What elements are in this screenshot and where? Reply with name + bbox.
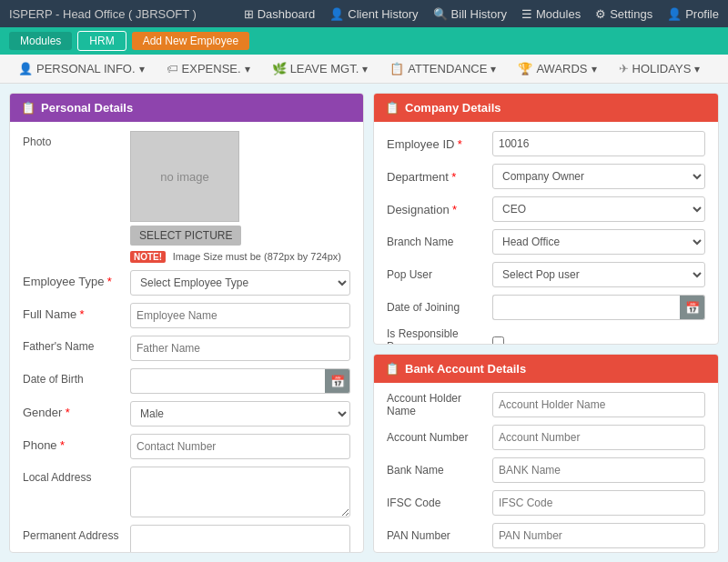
designation-label: Designation * bbox=[387, 203, 487, 216]
dob-input[interactable] bbox=[130, 368, 325, 394]
menubar: Modules HRM Add New Employee bbox=[0, 27, 728, 55]
photo-section: no image SELECT PICTURE NOTE! Image Size… bbox=[130, 131, 341, 263]
gender-select[interactable]: Male Female Other bbox=[130, 401, 350, 427]
local-address-row: Local Address bbox=[23, 467, 350, 517]
personal-details-body: Photo no image SELECT PICTURE NOTE! Imag… bbox=[10, 122, 363, 553]
personal-details-panel: 📋 Personal Details Photo no image SELECT… bbox=[9, 93, 364, 553]
responsible-row: Is Responsible Person bbox=[387, 327, 705, 345]
bank-name-label: Bank Name bbox=[387, 464, 487, 477]
pan-input[interactable] bbox=[492, 523, 705, 548]
dob-row: Date of Birth 📅 bbox=[23, 368, 350, 394]
subnav-personal-info[interactable]: 👤 PERSONAL INFO. ▾ bbox=[9, 58, 154, 79]
menu-add-employee[interactable]: Add New Employee bbox=[132, 32, 249, 50]
personal-info-icon: 👤 bbox=[18, 62, 33, 75]
bank-details-icon: 📋 bbox=[385, 362, 399, 376]
pan-row: PAN Number bbox=[387, 523, 705, 548]
nav-profile[interactable]: 👤 Profile bbox=[667, 7, 719, 21]
bank-details-body: Account Holder Name Account Number Bank … bbox=[374, 383, 718, 553]
account-number-row: Account Number bbox=[387, 425, 705, 450]
ifsc-row: IFSC Code bbox=[387, 490, 705, 516]
subnav-expense[interactable]: 🏷 EXPENSE. ▾ bbox=[157, 58, 259, 79]
subnav-attendance[interactable]: 📋 ATTENDANCE ▾ bbox=[380, 58, 505, 79]
topbar-title: ISPERP - Head Office ( JBRSOFT ) bbox=[9, 7, 197, 21]
company-details-panel: 📋 Company Details Employee ID * 10016 De… bbox=[373, 93, 719, 345]
full-name-input[interactable] bbox=[130, 303, 350, 328]
responsible-checkbox-wrap bbox=[492, 332, 504, 345]
nav-dashboard[interactable]: ⊞ Dashboard bbox=[244, 7, 316, 21]
employee-type-row: Employee Type * Select Employee Type bbox=[23, 270, 350, 296]
account-number-input[interactable] bbox=[492, 425, 705, 450]
phone-input[interactable] bbox=[130, 434, 350, 459]
designation-select[interactable]: CEO bbox=[492, 196, 705, 222]
attendance-icon: 📋 bbox=[389, 62, 404, 75]
ifsc-input[interactable] bbox=[492, 490, 705, 516]
account-holder-row: Account Holder Name bbox=[387, 392, 705, 417]
app-title: ISPERP - Head Office ( JBRSOFT ) bbox=[9, 7, 197, 21]
bank-details-panel: 📋 Bank Account Details Account Holder Na… bbox=[373, 354, 719, 553]
local-address-label: Local Address bbox=[23, 467, 123, 484]
permanent-address-row: Permanent Address bbox=[23, 525, 350, 553]
gender-label: Gender * bbox=[23, 401, 123, 419]
full-name-label: Full Name * bbox=[23, 303, 123, 321]
date-joining-calendar-icon[interactable]: 📅 bbox=[680, 295, 705, 320]
date-joining-row: Date of Joining 📅 bbox=[387, 295, 705, 320]
menu-hrm[interactable]: HRM bbox=[77, 31, 126, 51]
photo-box: no image bbox=[130, 131, 239, 222]
company-details-header: 📋 Company Details bbox=[374, 94, 718, 122]
personal-details-icon: 📋 bbox=[21, 101, 35, 115]
nav-client-history[interactable]: 👤 Client History bbox=[329, 7, 418, 21]
dob-calendar-icon[interactable]: 📅 bbox=[325, 368, 350, 394]
date-joining-label: Date of Joining bbox=[387, 301, 487, 314]
employee-type-label: Employee Type * bbox=[23, 270, 123, 288]
permanent-address-label: Permanent Address bbox=[23, 525, 123, 542]
gender-row: Gender * Male Female Other bbox=[23, 401, 350, 427]
subnav-awards[interactable]: 🏆 AWARDS ▾ bbox=[509, 58, 605, 79]
subnav-holidays[interactable]: ✈ HOLIDAYS ▾ bbox=[610, 58, 710, 79]
nav-settings[interactable]: ⚙ Settings bbox=[595, 7, 652, 21]
main-content: 📋 Personal Details Photo no image SELECT… bbox=[0, 84, 728, 562]
company-details-icon: 📋 bbox=[385, 101, 399, 115]
pop-user-label: Pop User bbox=[387, 268, 487, 281]
fathers-name-input[interactable] bbox=[130, 336, 350, 361]
employee-id-label: Employee ID * bbox=[387, 137, 487, 151]
subnav-leave-mgt[interactable]: 🌿 LEAVE MGT. ▾ bbox=[263, 58, 378, 79]
responsible-label: Is Responsible Person bbox=[387, 327, 487, 345]
topbar-nav: ⊞ Dashboard 👤 Client History 🔍 Bill Hist… bbox=[244, 7, 719, 21]
bank-details-header: 📋 Bank Account Details bbox=[374, 355, 718, 383]
account-holder-input[interactable] bbox=[492, 392, 705, 417]
phone-label: Phone * bbox=[23, 434, 123, 452]
branch-name-select[interactable]: Head Office bbox=[492, 229, 705, 255]
nav-bill-history[interactable]: 🔍 Bill History bbox=[433, 7, 507, 21]
ifsc-label: IFSC Code bbox=[387, 497, 487, 509]
pop-user-select[interactable]: Select Pop user bbox=[492, 262, 705, 287]
note-badge: NOTE! bbox=[130, 251, 166, 263]
note-text: Image Size must be (872px by 724px) bbox=[173, 251, 341, 262]
subnav: 👤 PERSONAL INFO. ▾ 🏷 EXPENSE. ▾ 🌿 LEAVE … bbox=[0, 55, 728, 84]
expense-icon: 🏷 bbox=[167, 62, 178, 75]
nav-modules[interactable]: ☰ Modules bbox=[521, 7, 581, 21]
department-row: Department * Company Owner bbox=[387, 164, 705, 189]
employee-id-input[interactable]: 10016 bbox=[492, 131, 705, 156]
pan-label: PAN Number bbox=[387, 529, 487, 542]
responsible-checkbox[interactable] bbox=[492, 336, 504, 345]
right-panels: 📋 Company Details Employee ID * 10016 De… bbox=[373, 93, 719, 553]
department-select[interactable]: Company Owner bbox=[492, 164, 705, 189]
note-row: NOTE! Image Size must be (872px by 724px… bbox=[130, 249, 341, 263]
department-label: Department * bbox=[387, 170, 487, 184]
pop-user-row: Pop User Select Pop user bbox=[387, 262, 705, 287]
account-holder-label: Account Holder Name bbox=[387, 392, 487, 417]
permanent-address-input[interactable] bbox=[130, 525, 350, 553]
topbar: ISPERP - Head Office ( JBRSOFT ) ⊞ Dashb… bbox=[0, 0, 728, 27]
company-details-body: Employee ID * 10016 Department * Company… bbox=[374, 122, 718, 345]
employee-type-select[interactable]: Select Employee Type bbox=[130, 270, 350, 296]
local-address-input[interactable] bbox=[130, 467, 350, 517]
leave-icon: 🌿 bbox=[272, 62, 287, 75]
awards-icon: 🏆 bbox=[518, 62, 532, 75]
account-number-label: Account Number bbox=[387, 431, 487, 444]
menu-modules[interactable]: Modules bbox=[9, 32, 72, 50]
bank-name-input[interactable] bbox=[492, 457, 705, 483]
select-picture-button[interactable]: SELECT PICTURE bbox=[130, 226, 241, 246]
personal-details-header: 📋 Personal Details bbox=[10, 94, 363, 122]
date-joining-input[interactable] bbox=[492, 295, 680, 320]
holidays-icon: ✈ bbox=[619, 62, 629, 75]
